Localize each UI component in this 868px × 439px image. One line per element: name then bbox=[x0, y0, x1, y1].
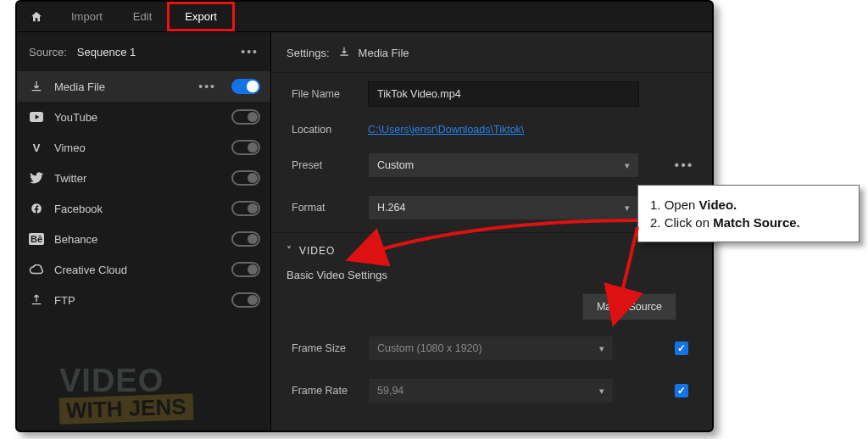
destination-label: Media File bbox=[54, 81, 188, 93]
destination-icon bbox=[29, 201, 44, 216]
destination-twitter[interactable]: Twitter bbox=[17, 163, 270, 193]
instruction-callout: 1. Open Video. 2. Click on Match Source. bbox=[637, 185, 860, 242]
chevron-down-icon: ▾ bbox=[625, 160, 630, 171]
format-dropdown[interactable]: H.264 ▾ bbox=[368, 195, 639, 220]
destination-label: Facebook bbox=[54, 203, 221, 215]
destination-icon: V bbox=[29, 140, 44, 155]
destination-creative-cloud[interactable]: Creative Cloud bbox=[17, 254, 270, 285]
destination-icon bbox=[29, 170, 44, 186]
destination-more-icon[interactable]: ••• bbox=[198, 80, 216, 93]
body-split: Source: Sequence 1 ••• Media File•••YouT… bbox=[17, 32, 712, 431]
match-source-button[interactable]: Match Source bbox=[582, 293, 676, 320]
destination-label: Creative Cloud bbox=[54, 264, 221, 276]
chevron-down-icon: ˅ bbox=[287, 245, 292, 257]
settings-header: Settings: Media File bbox=[271, 42, 712, 73]
destination-label: FTP bbox=[54, 294, 221, 307]
framesize-label: Frame Size bbox=[292, 342, 368, 354]
destination-ftp[interactable]: FTP bbox=[17, 285, 270, 315]
export-window: Import Edit Export Source: Sequence 1 ••… bbox=[15, 0, 714, 432]
chevron-down-icon: ▾ bbox=[625, 203, 630, 214]
destination-facebook[interactable]: Facebook bbox=[17, 193, 270, 224]
source-label: Source: bbox=[29, 46, 67, 58]
format-label: Format bbox=[292, 202, 368, 214]
top-tab-bar: Import Edit Export bbox=[17, 2, 712, 32]
settings-title: Settings: bbox=[287, 47, 330, 59]
tab-export[interactable]: Export bbox=[167, 2, 235, 31]
destination-youtube[interactable]: YouTube bbox=[17, 102, 270, 132]
destination-label: YouTube bbox=[54, 111, 221, 124]
destination-toggle[interactable] bbox=[231, 109, 260, 125]
destination-label: Vimeo bbox=[54, 142, 221, 154]
destination-icon bbox=[29, 109, 44, 125]
chevron-down-icon: ▾ bbox=[599, 343, 604, 354]
destination-behance[interactable]: BēBehance bbox=[17, 224, 270, 254]
location-label: Location bbox=[292, 124, 368, 136]
source-panel: Source: Sequence 1 ••• Media File•••YouT… bbox=[17, 32, 271, 431]
destination-media-file[interactable]: Media File••• bbox=[17, 71, 270, 102]
tab-import[interactable]: Import bbox=[56, 2, 118, 31]
video-section-title: VIDEO bbox=[299, 245, 335, 257]
framerate-checkbox[interactable]: ✓ bbox=[675, 384, 688, 397]
destination-label: Behance bbox=[54, 233, 221, 246]
destination-toggle[interactable] bbox=[231, 140, 260, 155]
destination-icon: Bē bbox=[29, 231, 44, 247]
download-icon bbox=[338, 46, 350, 60]
destination-toggle[interactable] bbox=[231, 170, 260, 186]
destination-icon bbox=[29, 262, 44, 277]
preset-dropdown[interactable]: Custom ▾ bbox=[368, 153, 639, 178]
video-settings-grid: Frame Size Custom (1080 x 1920) ▾ ✓ Fram… bbox=[271, 332, 712, 403]
chevron-down-icon: ▾ bbox=[599, 386, 604, 397]
framesize-checkbox[interactable]: ✓ bbox=[675, 342, 688, 355]
source-more-icon[interactable]: ••• bbox=[241, 45, 259, 58]
destination-label: Twitter bbox=[54, 172, 221, 185]
tab-edit[interactable]: Edit bbox=[118, 2, 167, 31]
destination-icon bbox=[29, 292, 44, 308]
preset-more-icon[interactable]: ••• bbox=[671, 158, 697, 173]
filename-label: File Name bbox=[292, 88, 368, 100]
home-icon[interactable] bbox=[17, 2, 56, 31]
source-value: Sequence 1 bbox=[77, 46, 234, 58]
framerate-label: Frame Rate bbox=[292, 385, 368, 397]
source-row: Source: Sequence 1 ••• bbox=[17, 32, 270, 71]
destination-icon bbox=[29, 79, 44, 94]
destination-toggle[interactable] bbox=[231, 231, 260, 247]
preset-label: Preset bbox=[292, 159, 368, 171]
location-link[interactable]: C:\Users\jensr\Downloads\Tiktok\ bbox=[368, 124, 524, 136]
video-subtitle: Basic Video Settings bbox=[271, 265, 712, 290]
destination-vimeo[interactable]: VVimeo bbox=[17, 132, 270, 163]
destination-toggle[interactable] bbox=[231, 79, 260, 94]
destination-toggle[interactable] bbox=[231, 292, 260, 308]
filename-input[interactable] bbox=[368, 81, 639, 107]
destination-toggle[interactable] bbox=[231, 201, 260, 216]
destination-toggle[interactable] bbox=[231, 262, 260, 277]
settings-target: Media File bbox=[359, 47, 409, 59]
destination-list: Media File•••YouTubeVVimeoTwitterFaceboo… bbox=[17, 71, 270, 431]
framerate-dropdown[interactable]: 59,94 ▾ bbox=[368, 378, 614, 403]
framesize-dropdown[interactable]: Custom (1080 x 1920) ▾ bbox=[368, 336, 614, 361]
